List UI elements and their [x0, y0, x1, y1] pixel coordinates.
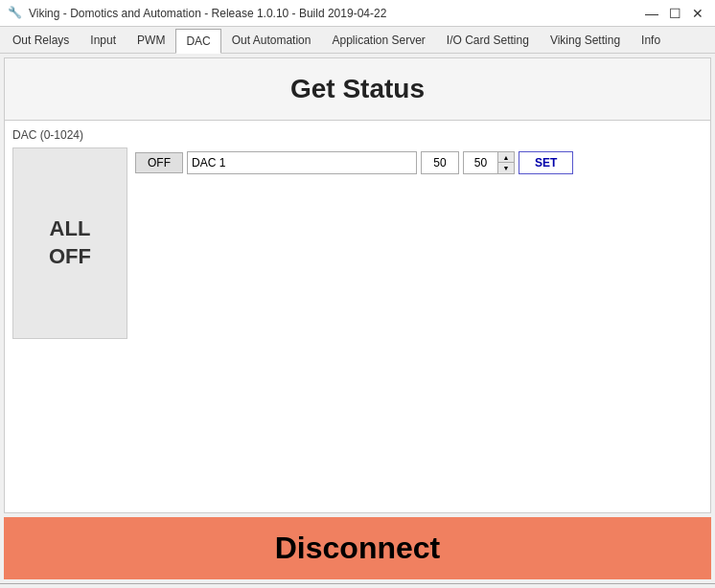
dac-section: DAC (0-1024) ALLOFF OFF ▲ ▼ SET: [5, 121, 710, 512]
tab-input[interactable]: Input: [80, 28, 127, 53]
tab-out-relays[interactable]: Out Relays: [2, 28, 80, 53]
tab-application-server[interactable]: Application Server: [321, 28, 435, 53]
dac-name-input[interactable]: [187, 151, 417, 174]
title-bar-left: 🔧 Viking - Domotics and Automation - Rel…: [8, 6, 386, 21]
tab-info[interactable]: Info: [631, 28, 671, 53]
menu-bar: Out Relays Input PWM DAC Out Automation …: [0, 27, 715, 54]
tab-viking-setting[interactable]: Viking Setting: [540, 28, 631, 53]
title-bar-controls: — ☐ ✕: [642, 4, 707, 23]
window-title: Viking - Domotics and Automation - Relea…: [29, 7, 386, 20]
dac-spinner: ▲ ▼: [463, 151, 515, 174]
dac-value1-input[interactable]: [421, 151, 459, 174]
dac-spinner-input[interactable]: [464, 152, 498, 173]
dac-range-label: DAC (0-1024): [12, 128, 703, 142]
minimize-button[interactable]: —: [642, 4, 661, 23]
dac-set-button[interactable]: SET: [519, 151, 573, 174]
spinner-down-button[interactable]: ▼: [498, 163, 514, 173]
spinner-arrows: ▲ ▼: [498, 152, 514, 173]
content-area: Get Status DAC (0-1024) ALLOFF OFF ▲ ▼: [4, 57, 711, 513]
disconnect-button[interactable]: Disconnect: [4, 517, 711, 579]
tab-dac[interactable]: DAC: [175, 29, 220, 54]
disconnect-label: Disconnect: [275, 531, 440, 565]
close-button[interactable]: ✕: [688, 4, 707, 23]
dac-row: OFF ▲ ▼ SET: [135, 151, 573, 174]
title-bar: 🔧 Viking - Domotics and Automation - Rel…: [0, 0, 715, 27]
restore-button[interactable]: ☐: [665, 4, 684, 23]
app-icon: 🔧: [8, 6, 23, 21]
tab-io-card-setting[interactable]: I/O Card Setting: [436, 28, 540, 53]
dac-body: ALLOFF OFF ▲ ▼ SET: [12, 147, 703, 339]
tab-out-automation[interactable]: Out Automation: [221, 28, 322, 53]
get-status-title: Get Status: [20, 74, 695, 104]
dac-off-button[interactable]: OFF: [135, 152, 183, 173]
status-bar: Simulator Server ON porta 4434 👤 0 TRIAL: [0, 583, 715, 588]
tab-pwm[interactable]: PWM: [127, 28, 175, 53]
all-off-button[interactable]: ALLOFF: [12, 147, 127, 339]
get-status-header: Get Status: [5, 58, 710, 121]
spinner-up-button[interactable]: ▲: [498, 152, 514, 163]
